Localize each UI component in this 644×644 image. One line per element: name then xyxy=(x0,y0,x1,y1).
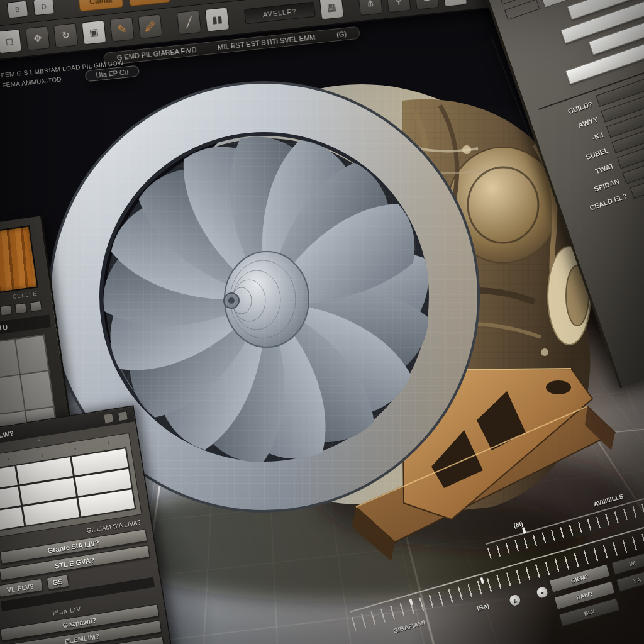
status-paren-text: (G) xyxy=(336,30,347,39)
gs-button[interactable]: GS xyxy=(46,574,69,590)
grid-tool-icon[interactable]: ⊞ xyxy=(442,0,467,7)
grid-cell[interactable] xyxy=(0,375,25,414)
scale-tool-icon[interactable]: ▣ xyxy=(82,20,107,45)
rotate-tool-icon[interactable]: ↻ xyxy=(53,23,79,48)
toolbar-input[interactable]: AVELLE? xyxy=(244,2,316,25)
table-cell[interactable] xyxy=(0,507,24,534)
panel-close-icon[interactable] xyxy=(118,411,128,421)
app-window: Nord Vanden Iventudada Commonat. Nova Gr… xyxy=(0,0,644,644)
column-tool-icon[interactable]: ▮▮ xyxy=(205,7,230,32)
move-tool-icon[interactable]: ✥ xyxy=(25,26,50,51)
layers-tool-icon[interactable]: ≣ xyxy=(414,0,440,10)
key-button-b[interactable]: B xyxy=(7,1,29,19)
brush-tool-icon[interactable]: 🖉 xyxy=(138,14,163,39)
clama-button[interactable]: Clama xyxy=(78,0,124,12)
drma-button[interactable]: Drma xyxy=(128,0,170,6)
key-button-d[interactable]: D xyxy=(33,0,55,16)
vl-button[interactable]: VL FLV? xyxy=(0,579,43,598)
select-tool-icon[interactable]: ◻ xyxy=(0,29,22,54)
left-panel-tool-icon[interactable] xyxy=(30,301,42,312)
quick-button-1[interactable]: 6?3 xyxy=(186,0,222,1)
panel-minimize-icon[interactable] xyxy=(103,413,114,423)
status-right-text: MIL EST EST STITI SVEL EMM xyxy=(218,33,316,51)
grid-cell[interactable] xyxy=(21,372,53,410)
left-panel-tool-icon[interactable] xyxy=(0,305,13,316)
right-panel-mini-field-2[interactable] xyxy=(504,0,540,20)
status-left-text: G EMD PIL GIAREA FIVD xyxy=(116,46,197,62)
swatch-tool-icon[interactable]: ▦ xyxy=(319,0,345,20)
grid-cell[interactable] xyxy=(16,336,48,374)
pin-tool-icon[interactable]: ⚲ xyxy=(386,0,411,13)
line-tool-icon[interactable]: ╱ xyxy=(177,10,202,35)
material-swatch-orange[interactable] xyxy=(0,225,38,294)
paint-tool-icon[interactable]: ✎ xyxy=(109,17,135,42)
mirror-tool-icon[interactable]: ⋔ xyxy=(358,0,383,16)
left-panel-tool-icon[interactable] xyxy=(14,303,27,314)
engine-spinner-cone xyxy=(224,252,309,347)
